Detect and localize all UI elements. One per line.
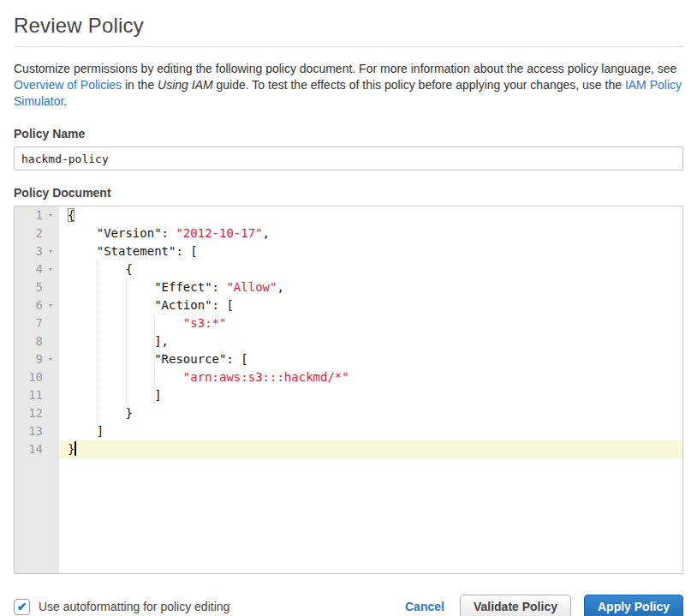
autoformat-option[interactable]: ✔ Use autoformatting for policy editing bbox=[14, 599, 229, 615]
gutter-line: 12 bbox=[15, 404, 59, 422]
autoformat-label: Use autoformatting for policy editing bbox=[39, 600, 229, 613]
line-number: 10 bbox=[15, 368, 43, 386]
code-line: "s3:*" bbox=[59, 314, 682, 332]
cancel-link[interactable]: Cancel bbox=[405, 600, 444, 613]
fold-spacer bbox=[43, 332, 58, 350]
fold-spacer bbox=[43, 386, 58, 404]
code-token: ], bbox=[68, 334, 169, 348]
fold-spacer bbox=[43, 440, 58, 458]
code-line: "Action": [ bbox=[59, 296, 682, 314]
validate-policy-button[interactable]: Validate Policy bbox=[460, 595, 571, 616]
code-token: , bbox=[277, 280, 283, 294]
code-token: "Resource": [ bbox=[68, 352, 248, 366]
gutter-line: 3▾ bbox=[15, 242, 59, 260]
gutter-line: 5 bbox=[15, 278, 59, 296]
code-token: { bbox=[68, 262, 133, 276]
fold-spacer bbox=[43, 404, 58, 422]
gutter-line: 4▾ bbox=[15, 260, 59, 278]
line-number: 2 bbox=[15, 224, 43, 242]
title-divider bbox=[14, 46, 683, 47]
code-token: "Action": [ bbox=[68, 298, 234, 312]
policy-document-editor[interactable]: 1▾23▾4▾56▾789▾1011121314 { "Version": "2… bbox=[14, 206, 683, 574]
editor-code-area[interactable]: { "Version": "2012-10-17", "Statement": … bbox=[59, 206, 682, 573]
overview-of-policies-link[interactable]: Overview of Policies bbox=[14, 78, 122, 92]
gutter-line: 8 bbox=[15, 332, 59, 350]
intro-part-3: guide. To test the effects of this polic… bbox=[213, 78, 625, 92]
intro-text: Customize permissions by editing the fol… bbox=[14, 61, 683, 110]
page-title: Review Policy bbox=[14, 14, 683, 38]
code-token: { bbox=[68, 208, 74, 222]
fold-arrow-icon[interactable]: ▾ bbox=[43, 206, 58, 224]
action-buttons: Cancel Validate Policy Apply Policy bbox=[405, 595, 683, 616]
text-cursor bbox=[74, 441, 76, 456]
code-token bbox=[68, 316, 183, 330]
code-string-token: "2012-10-17" bbox=[176, 226, 262, 240]
intro-part-1: Customize permissions by editing the fol… bbox=[14, 62, 676, 75]
code-line: } bbox=[59, 404, 682, 422]
policy-name-label: Policy Name bbox=[14, 127, 683, 141]
gutter-line: 7 bbox=[15, 314, 59, 332]
gutter-line: 9▾ bbox=[15, 350, 59, 368]
footer-actions-bar: ✔ Use autoformatting for policy editing … bbox=[14, 595, 683, 616]
line-number: 13 bbox=[15, 422, 43, 440]
fold-spacer bbox=[43, 224, 58, 242]
code-line: "arn:aws:s3:::hackmd/*" bbox=[59, 368, 682, 386]
line-number: 5 bbox=[15, 278, 43, 296]
code-string-token: "s3:*" bbox=[183, 316, 227, 330]
line-number: 4 bbox=[15, 260, 43, 278]
code-string-token: "arn:aws:s3:::hackmd/*" bbox=[183, 370, 349, 384]
policy-document-label: Policy Document bbox=[14, 186, 683, 200]
line-number: 8 bbox=[15, 332, 43, 350]
gutter-line: 14 bbox=[15, 440, 59, 458]
fold-arrow-icon[interactable]: ▾ bbox=[43, 260, 58, 278]
code-token: ] bbox=[68, 388, 162, 402]
intro-part-4: . bbox=[63, 94, 67, 108]
gutter-line: 10 bbox=[15, 368, 59, 386]
code-line: ] bbox=[59, 386, 682, 404]
gutter-line: 2 bbox=[15, 224, 59, 242]
line-number: 7 bbox=[15, 314, 43, 332]
fold-arrow-icon[interactable]: ▾ bbox=[43, 350, 58, 368]
code-token bbox=[68, 370, 183, 384]
line-number: 12 bbox=[15, 404, 43, 422]
line-number: 11 bbox=[15, 386, 43, 404]
code-token: ] bbox=[68, 424, 104, 438]
line-number: 6 bbox=[15, 296, 43, 314]
code-string-token: "Allow" bbox=[226, 280, 277, 294]
fold-arrow-icon[interactable]: ▾ bbox=[43, 242, 58, 260]
autoformat-checkbox[interactable]: ✔ bbox=[14, 599, 30, 615]
fold-spacer bbox=[43, 368, 58, 386]
gutter-line: 6▾ bbox=[15, 296, 59, 314]
line-number: 3 bbox=[15, 242, 43, 260]
fold-spacer bbox=[43, 278, 58, 296]
code-token: "Effect": bbox=[68, 280, 226, 294]
review-policy-page: Review Policy Customize permissions by e… bbox=[0, 0, 697, 616]
code-line: "Effect": "Allow", bbox=[59, 278, 682, 296]
gutter-line: 1▾ bbox=[15, 206, 59, 224]
code-token: "Version": bbox=[68, 226, 176, 240]
code-line: "Statement": [ bbox=[59, 242, 682, 260]
editor-gutter: 1▾23▾4▾56▾789▾1011121314 bbox=[15, 206, 59, 573]
line-number: 14 bbox=[15, 440, 43, 458]
code-token: "Statement": [ bbox=[68, 244, 198, 258]
fold-spacer bbox=[43, 314, 58, 332]
line-number: 9 bbox=[15, 350, 43, 368]
code-line: ] bbox=[59, 422, 682, 440]
code-line: { bbox=[59, 206, 682, 224]
checkmark-icon: ✔ bbox=[17, 601, 27, 613]
code-line: } bbox=[59, 440, 682, 458]
gutter-line: 11 bbox=[15, 386, 59, 404]
fold-arrow-icon[interactable]: ▾ bbox=[43, 296, 58, 314]
using-iam-guide-title: Using IAM bbox=[158, 78, 213, 92]
code-line: ], bbox=[59, 332, 682, 350]
code-line: "Version": "2012-10-17", bbox=[59, 224, 682, 242]
code-token: , bbox=[263, 226, 270, 240]
code-line: "Resource": [ bbox=[59, 350, 682, 368]
code-token: } bbox=[68, 442, 74, 456]
line-number: 1 bbox=[15, 206, 43, 224]
apply-policy-button[interactable]: Apply Policy bbox=[584, 595, 683, 616]
gutter-line: 13 bbox=[15, 422, 59, 440]
policy-name-input[interactable] bbox=[14, 147, 683, 170]
code-line: { bbox=[59, 260, 682, 278]
fold-spacer bbox=[43, 422, 58, 440]
